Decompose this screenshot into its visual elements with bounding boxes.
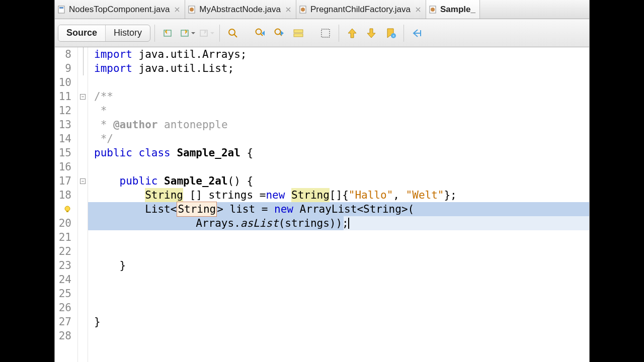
- tab-label: PregnantChildFactory.java: [310, 5, 411, 15]
- keyword: new: [266, 188, 285, 202]
- svg-line-20: [261, 34, 263, 36]
- fold-cell: −: [78, 174, 88, 188]
- svg-rect-15: [181, 30, 188, 36]
- comment: *: [94, 118, 113, 132]
- nav-forward-button[interactable]: [178, 24, 196, 42]
- find-next-button[interactable]: [270, 24, 288, 42]
- toggle-rectangular-selection-button[interactable]: [316, 24, 335, 42]
- class-name: Sample_2al: [177, 146, 240, 160]
- fold-cell: [78, 146, 88, 160]
- fold-cell: [78, 47, 88, 61]
- text-cursor: [348, 218, 349, 229]
- fold-toggle-icon[interactable]: −: [80, 94, 86, 100]
- fold-cell: [78, 75, 88, 89]
- tab-nodes-top-component[interactable]: NodesTopComponent.java: [55, 0, 185, 19]
- fold-cell: [78, 188, 88, 202]
- history-view-button[interactable]: History: [106, 25, 150, 41]
- lightbulb-icon[interactable]: [63, 205, 71, 213]
- view-switcher: Source History: [58, 25, 150, 42]
- line-number: 22: [55, 244, 74, 258]
- prev-bookmark-button[interactable]: [343, 24, 361, 42]
- line-number: 14: [55, 132, 74, 146]
- fold-cell: [78, 258, 88, 273]
- code-text: [] strings =: [183, 188, 266, 202]
- method-static: asList: [240, 216, 279, 230]
- type-highlight: String: [291, 188, 330, 202]
- svg-rect-23: [294, 30, 303, 33]
- keyword: public: [94, 146, 132, 160]
- java-file-icon: [58, 6, 66, 14]
- line-number: 11: [55, 89, 74, 104]
- code-text: }: [94, 258, 126, 273]
- svg-rect-24: [294, 34, 303, 37]
- line-number: 23: [55, 258, 74, 273]
- toolbar-separator: [154, 25, 155, 42]
- line-number: 25: [55, 287, 74, 301]
- code-editor[interactable]: 89101112131415161718202122232425262728 −…: [55, 47, 589, 362]
- shift-left-button[interactable]: [408, 24, 426, 42]
- nav-forward-disabled-button[interactable]: [197, 24, 215, 42]
- fold-cell: [78, 244, 88, 258]
- close-icon[interactable]: [285, 6, 292, 13]
- editor-toolbar: Source History: [55, 19, 589, 47]
- keyword: class: [139, 146, 171, 160]
- code-text: ArrayList<String>(: [293, 202, 414, 216]
- java-class-icon: [299, 6, 307, 14]
- line-number: 21: [55, 230, 74, 244]
- next-bookmark-button[interactable]: [362, 24, 380, 42]
- line-number: 10: [55, 75, 74, 89]
- code-text: () {: [228, 174, 254, 188]
- code-text: {: [240, 146, 253, 160]
- fold-cell: [78, 287, 88, 301]
- nav-back-button[interactable]: [159, 24, 177, 42]
- fold-cell: [78, 160, 88, 174]
- toggle-bookmark-button[interactable]: +: [381, 24, 399, 42]
- line-number: 26: [55, 301, 74, 315]
- close-icon[interactable]: [174, 6, 181, 13]
- keyword: import: [94, 61, 132, 75]
- line-number: 9: [55, 61, 74, 75]
- line-number: [55, 202, 74, 216]
- code-text: ,: [393, 188, 406, 202]
- java-class-icon: [188, 6, 196, 14]
- line-number: 18: [55, 188, 74, 202]
- svg-rect-14: [164, 30, 171, 36]
- svg-rect-1: [59, 7, 63, 9]
- find-prev-button[interactable]: [251, 24, 269, 42]
- code-text: []{: [330, 188, 349, 202]
- svg-point-9: [301, 8, 305, 12]
- tab-sample[interactable]: Sample_: [426, 0, 480, 19]
- toolbar-separator: [219, 25, 220, 42]
- code-text: java.util.List;: [132, 61, 234, 75]
- fold-cell: [78, 61, 88, 75]
- line-number: 16: [55, 160, 74, 174]
- source-label: Source: [66, 28, 97, 38]
- fold-cell: [78, 230, 88, 244]
- line-number: 13: [55, 118, 74, 132]
- fold-toggle-icon[interactable]: −: [80, 178, 86, 184]
- svg-rect-25: [321, 29, 330, 37]
- close-icon[interactable]: [415, 6, 422, 13]
- fold-cell: [78, 315, 88, 329]
- code-text: Arrays.: [196, 216, 240, 230]
- keyword: public: [120, 174, 158, 188]
- fold-cell: [78, 329, 88, 343]
- find-selection-button[interactable]: [224, 24, 242, 42]
- tab-my-abstract-node[interactable]: MyAbstractNode.java: [185, 0, 296, 19]
- line-number: 17: [55, 174, 74, 188]
- type-highlight: String: [177, 202, 217, 217]
- string-literal: "Welt": [406, 188, 444, 202]
- tab-pregnant-child-factory[interactable]: PregnantChildFactory.java: [296, 0, 426, 19]
- code-text: };: [444, 188, 456, 202]
- source-view-button[interactable]: Source: [58, 25, 106, 41]
- toolbar-separator: [339, 25, 339, 42]
- code-area[interactable]: import java.util.Arrays; import java.uti…: [88, 47, 589, 362]
- fold-cell: [78, 216, 88, 230]
- history-label: History: [114, 28, 142, 38]
- svg-point-13: [431, 8, 435, 12]
- java-class-icon: [429, 6, 437, 14]
- tab-label: MyAbstractNode.java: [199, 5, 281, 15]
- toggle-highlight-button[interactable]: [289, 24, 307, 42]
- code-text: > list =: [217, 202, 274, 216]
- code-text: }: [94, 315, 101, 329]
